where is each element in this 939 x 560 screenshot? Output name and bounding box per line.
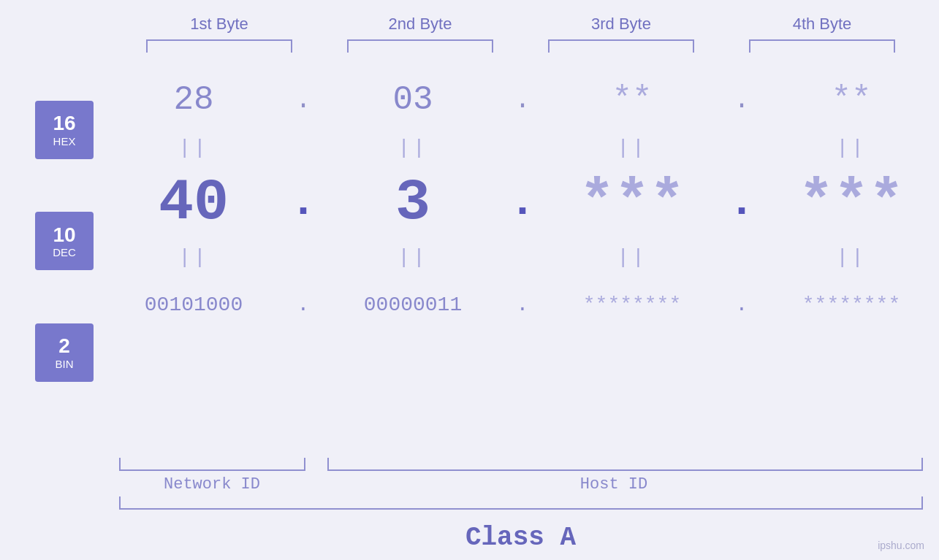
- hex-num: 16: [53, 112, 75, 135]
- dec-dot3: .: [727, 177, 756, 227]
- eq2-b4: ||: [771, 246, 932, 269]
- host-id-label: Host ID: [305, 475, 923, 494]
- labels-column: 16 HEX 10 DEC 2 BIN: [0, 67, 106, 452]
- byte2-header: 2nd Byte: [340, 15, 501, 34]
- host-bracket: [327, 458, 923, 471]
- hex-b2: 03: [332, 81, 493, 119]
- bin-b1: 00101000: [113, 294, 274, 316]
- hex-badge: 16 HEX: [35, 101, 94, 159]
- byte3-header: 3rd Byte: [541, 15, 702, 34]
- class-label: Class A: [465, 523, 576, 553]
- bin-label: BIN: [55, 358, 73, 370]
- big-bottom-bracket: [119, 496, 923, 510]
- bottom-section: Network ID Host ID: [119, 458, 923, 494]
- bin-dot3: .: [727, 294, 756, 316]
- hex-dot2: .: [508, 85, 537, 115]
- dec-row: 40 . 3 . *** . ***: [106, 162, 939, 242]
- eq1-b1: ||: [113, 137, 274, 159]
- bin-row: 00101000 . 00000011 . ******** .: [106, 272, 939, 337]
- dec-dot1: .: [289, 177, 318, 227]
- content-area: 16 HEX 10 DEC 2 BIN 28 .: [0, 67, 939, 452]
- dec-num: 10: [53, 224, 75, 247]
- watermark: ipshu.com: [878, 540, 924, 551]
- bracket-2: [347, 39, 493, 53]
- network-id-label: Network ID: [119, 475, 305, 494]
- bin-num: 2: [58, 335, 70, 358]
- equal-row-1: || || || ||: [106, 133, 939, 162]
- byte4-header: 4th Byte: [742, 15, 902, 34]
- bin-b2: 00000011: [332, 294, 493, 316]
- bracket-3: [548, 39, 694, 53]
- bottom-brackets: [119, 458, 923, 471]
- hex-b1: 28: [113, 81, 274, 119]
- eq1-b3: ||: [552, 137, 712, 159]
- eq1-b2: ||: [332, 137, 493, 159]
- dec-b3: ***: [552, 169, 712, 236]
- bin-dot1: .: [289, 294, 318, 316]
- byte1-header: 1st Byte: [139, 15, 300, 34]
- eq2-b2: ||: [332, 246, 493, 269]
- bracket-4: [749, 39, 895, 53]
- hex-row: 28 . 03 . ** . **: [106, 67, 939, 133]
- bracket-1: [146, 39, 292, 53]
- bin-b3: ********: [552, 294, 712, 316]
- eq2-b3: ||: [552, 246, 712, 269]
- eq2-b1: ||: [113, 246, 274, 269]
- bin-b4: ********: [771, 294, 932, 316]
- dec-badge: 10 DEC: [35, 212, 94, 270]
- data-grid: 28 . 03 . ** . **: [106, 67, 939, 452]
- dec-b1: 40: [113, 169, 274, 236]
- byte-headers: 1st Byte 2nd Byte 3rd Byte 4th Byte: [119, 15, 923, 34]
- hex-b4: **: [771, 81, 932, 119]
- bin-badge: 2 BIN: [35, 323, 94, 382]
- hex-label: HEX: [53, 135, 76, 147]
- main-container: 1st Byte 2nd Byte 3rd Byte 4th Byte 16 H…: [0, 0, 939, 560]
- dec-b2: 3: [332, 169, 493, 236]
- equal-row-2: || || || ||: [106, 242, 939, 272]
- dec-b4: ***: [771, 169, 932, 236]
- hex-dot1: .: [289, 85, 318, 115]
- dec-label: DEC: [53, 246, 76, 258]
- hex-dot3: .: [727, 85, 756, 115]
- class-row: Class A: [119, 523, 923, 553]
- bin-dot2: .: [508, 294, 537, 316]
- top-bracket-row: [119, 39, 923, 53]
- hex-b3: **: [552, 81, 712, 119]
- eq1-b4: ||: [771, 137, 932, 159]
- dec-dot2: .: [508, 177, 537, 227]
- big-bottom-bracket-wrapper: [119, 496, 923, 510]
- network-bracket: [119, 458, 305, 471]
- bottom-labels: Network ID Host ID: [119, 475, 923, 494]
